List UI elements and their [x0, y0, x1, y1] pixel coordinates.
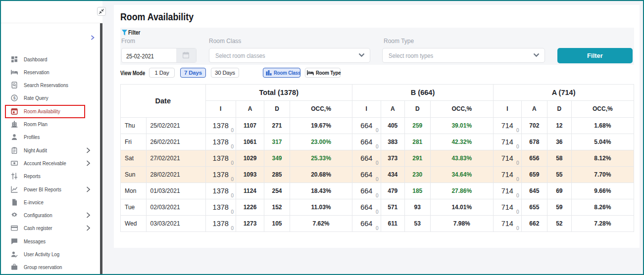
svg-text:$: $	[13, 95, 16, 100]
